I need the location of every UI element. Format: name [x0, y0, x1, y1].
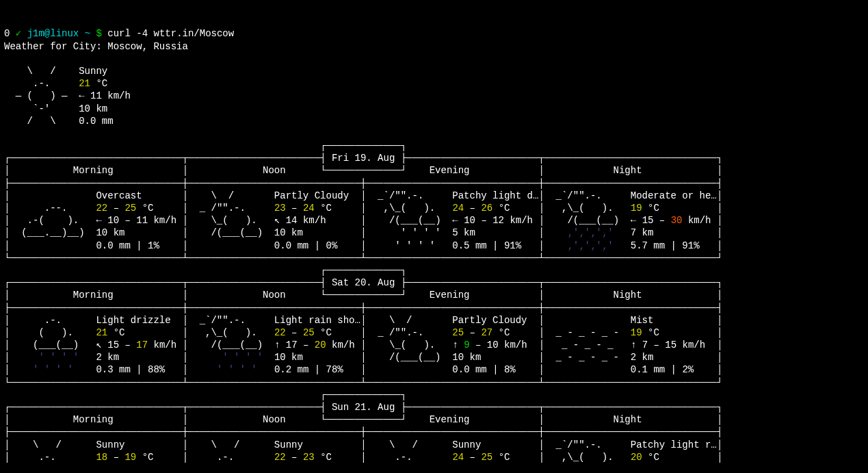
command-text: curl -4 wttr.in/Moscow — [107, 28, 234, 39]
dollar-prompt: $ — [96, 28, 102, 39]
location-line: Weather for City: Moscow, Russia — [4, 41, 188, 52]
user-host: j1m@linux — [27, 28, 79, 39]
exit-status: 0 — [4, 28, 10, 39]
current-weather: \ / Sunny .-. 21 °C ― ( ) ― ← 11 km/h `-… — [4, 53, 864, 127]
checkmark-icon: ✓ — [16, 28, 21, 39]
forecast-table: ┌─────────────┐ ┌───────────────────────… — [4, 140, 864, 463]
tilde: ~ — [85, 28, 90, 39]
terminal-output: 0 ✓ j1m@linux ~ $ curl -4 wttr.in/Moscow… — [0, 25, 868, 466]
